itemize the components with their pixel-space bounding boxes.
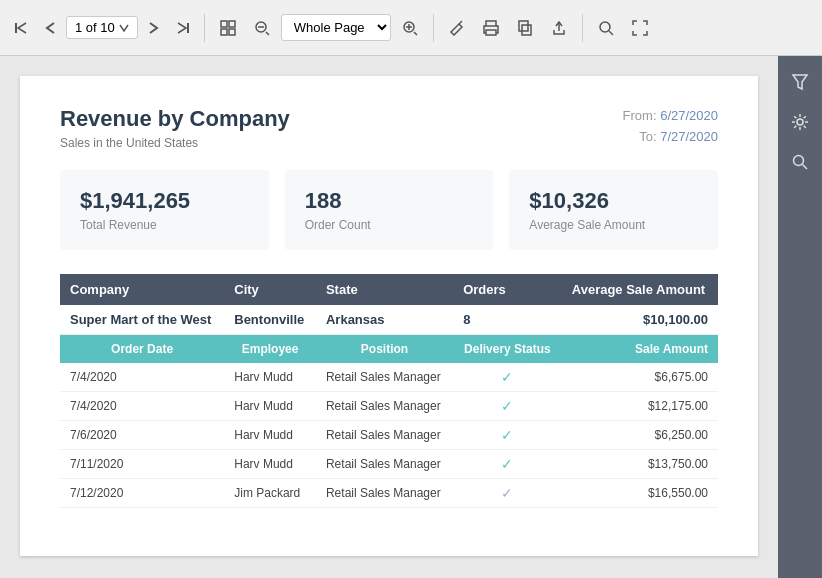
edit-button[interactable] [442, 15, 472, 41]
detail-delivery-status: ✓ [453, 363, 562, 392]
detail-order-date: 7/12/2020 [60, 479, 224, 508]
sub-col-delivery-status: Delivery Status [453, 335, 562, 364]
separator-1 [204, 14, 205, 42]
sub-col-position: Position [316, 335, 453, 364]
table-main-header-row: Company City State Orders Average Sale A… [60, 274, 718, 305]
col-company: Company [60, 274, 224, 305]
svg-point-22 [797, 119, 803, 125]
company-city: Bentonville [224, 305, 316, 335]
report-page: Revenue by Company Sales in the United S… [20, 76, 758, 556]
detail-position: Retail Sales Manager [316, 450, 453, 479]
sub-col-employee: Employee [224, 335, 316, 364]
svg-line-13 [459, 21, 462, 24]
zoom-out-button[interactable] [247, 15, 277, 41]
col-orders: Orders [453, 274, 562, 305]
search-button[interactable] [591, 15, 621, 41]
svg-line-8 [266, 32, 269, 35]
detail-order-date: 7/4/2020 [60, 392, 224, 421]
svg-rect-2 [221, 21, 227, 27]
sub-header-row: Order Date Employee Position Delivery St… [60, 335, 718, 364]
detail-position: Retail Sales Manager [316, 392, 453, 421]
zoom-in-button[interactable] [395, 15, 425, 41]
detail-employee: Harv Mudd [224, 363, 316, 392]
first-page-button[interactable] [8, 17, 34, 39]
col-avg-sale: Average Sale Amount [562, 274, 718, 305]
sidebar-search-button[interactable] [782, 144, 818, 180]
next-page-button[interactable] [142, 17, 166, 39]
svg-point-23 [794, 156, 804, 166]
fullscreen-button[interactable] [625, 15, 655, 41]
summary-cards: $1,941,265 Total Revenue 188 Order Count… [60, 170, 718, 250]
detail-sale-amount: $13,750.00 [562, 450, 718, 479]
avg-sale-label: Average Sale Amount [529, 218, 698, 232]
settings-button[interactable] [782, 104, 818, 140]
content-area[interactable]: Revenue by Company Sales in the United S… [0, 56, 778, 578]
summary-card-orders: 188 Order Count [285, 170, 494, 250]
avg-sale-amount: $10,326 [529, 188, 698, 214]
svg-rect-4 [221, 29, 227, 35]
company-state: Arkansas [316, 305, 453, 335]
detail-row: 7/12/2020 Jim Packard Retail Sales Manag… [60, 479, 718, 508]
table-body: Super Mart of the West Bentonville Arkan… [60, 305, 718, 508]
date-from-value: 6/27/2020 [660, 108, 718, 123]
main-container: Revenue by Company Sales in the United S… [0, 56, 822, 578]
col-state: State [316, 274, 453, 305]
copy-button[interactable] [510, 15, 540, 41]
page-indicator: 1 of 10 [66, 16, 138, 39]
svg-line-20 [609, 31, 613, 35]
separator-2 [433, 14, 434, 42]
detail-sale-amount: $6,250.00 [562, 421, 718, 450]
detail-sale-amount: $6,675.00 [562, 363, 718, 392]
date-range: From: 6/27/2020 To: 7/27/2020 [623, 106, 718, 148]
report-title: Revenue by Company [60, 106, 290, 132]
detail-order-date: 7/6/2020 [60, 421, 224, 450]
detail-order-date: 7/11/2020 [60, 450, 224, 479]
detail-delivery-status: ✓ [453, 421, 562, 450]
detail-delivery-status: ✓ [453, 392, 562, 421]
detail-employee: Harv Mudd [224, 450, 316, 479]
order-count-label: Order Count [305, 218, 474, 232]
sub-col-sale-amount: Sale Amount [562, 335, 718, 364]
detail-sale-amount: $16,550.00 [562, 479, 718, 508]
toolbar: 1 of 10 Whole Page [0, 0, 822, 56]
share-button[interactable] [544, 15, 574, 41]
filter-button[interactable] [782, 64, 818, 100]
detail-row: 7/4/2020 Harv Mudd Retail Sales Manager … [60, 363, 718, 392]
detail-row: 7/4/2020 Harv Mudd Retail Sales Manager … [60, 392, 718, 421]
detail-sale-amount: $12,175.00 [562, 392, 718, 421]
detail-employee: Jim Packard [224, 479, 316, 508]
company-orders: 8 [453, 305, 562, 335]
svg-rect-17 [519, 21, 528, 31]
grid-view-button[interactable] [213, 15, 243, 41]
company-avg-sale: $10,100.00 [562, 305, 718, 335]
detail-row: 7/6/2020 Harv Mudd Retail Sales Manager … [60, 421, 718, 450]
svg-line-24 [803, 165, 808, 170]
company-row: Super Mart of the West Bentonville Arkan… [60, 305, 718, 335]
report-title-group: Revenue by Company Sales in the United S… [60, 106, 290, 150]
last-page-button[interactable] [170, 17, 196, 39]
data-table: Company City State Orders Average Sale A… [60, 274, 718, 508]
svg-rect-15 [486, 21, 496, 26]
date-from-label: From: [623, 108, 657, 123]
total-revenue-label: Total Revenue [80, 218, 249, 232]
right-sidebar [778, 56, 822, 578]
detail-row: 7/11/2020 Harv Mudd Retail Sales Manager… [60, 450, 718, 479]
date-to: To: 7/27/2020 [623, 127, 718, 148]
detail-employee: Harv Mudd [224, 392, 316, 421]
print-button[interactable] [476, 15, 506, 41]
zoom-dropdown[interactable]: Whole Page [281, 14, 391, 41]
company-name: Super Mart of the West [60, 305, 224, 335]
prev-page-button[interactable] [38, 17, 62, 39]
order-count-amount: 188 [305, 188, 474, 214]
detail-position: Retail Sales Manager [316, 421, 453, 450]
date-to-label: To: [639, 129, 656, 144]
svg-marker-21 [793, 75, 807, 89]
report-header: Revenue by Company Sales in the United S… [60, 106, 718, 150]
detail-position: Retail Sales Manager [316, 363, 453, 392]
detail-delivery-status: ✓ [453, 479, 562, 508]
svg-rect-14 [486, 30, 496, 35]
sub-col-order-date: Order Date [60, 335, 224, 364]
detail-employee: Harv Mudd [224, 421, 316, 450]
date-from: From: 6/27/2020 [623, 106, 718, 127]
col-city: City [224, 274, 316, 305]
